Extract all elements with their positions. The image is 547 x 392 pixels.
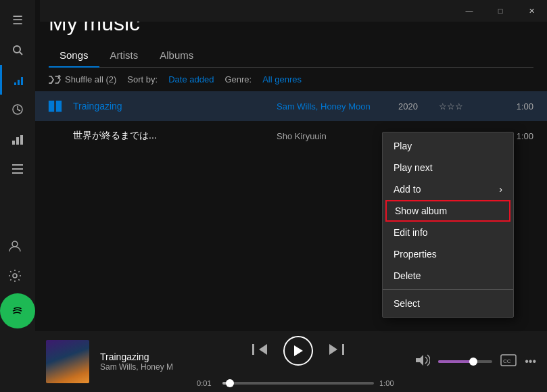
player-controls: 0:01 1:00	[192, 336, 404, 387]
volume-icon	[415, 354, 430, 370]
captions-button[interactable]: CC	[500, 354, 517, 369]
tab-albums[interactable]: Albums	[149, 44, 204, 68]
volume-thumb	[469, 358, 477, 366]
maximize-button[interactable]: □	[485, 0, 516, 22]
song-rating: ☆☆☆	[439, 101, 493, 112]
context-menu-add-to[interactable]: Add to ›	[383, 178, 513, 200]
context-menu-show-album[interactable]: Show album	[385, 200, 510, 222]
player-buttons	[252, 336, 344, 366]
song-title: Traingazing	[73, 101, 277, 112]
svg-rect-3	[18, 80, 20, 85]
playing-icon: ▊▊	[49, 101, 73, 112]
shuffle-label: Shuffle all (2)	[65, 74, 116, 84]
minimize-button[interactable]: —	[454, 0, 485, 22]
svg-marker-17	[294, 345, 303, 356]
player-right: CC •••	[415, 354, 536, 370]
sort-value[interactable]: Date added	[168, 74, 214, 84]
play-button[interactable]	[283, 336, 313, 366]
title-bar: — □ ✕	[40, 0, 547, 22]
player-artist: Sam Wills, Honey M	[100, 362, 181, 372]
song-artist: Sho Kiryuuin	[277, 131, 398, 141]
svg-point-0	[14, 46, 20, 53]
close-button[interactable]: ✕	[516, 0, 547, 22]
tab-songs[interactable]: Songs	[49, 44, 99, 68]
sidebar-music[interactable]	[0, 65, 35, 95]
context-menu-divider	[383, 289, 513, 290]
sidebar-search[interactable]	[0, 35, 35, 65]
context-menu-arrow: ›	[499, 184, 502, 195]
context-menu-play[interactable]: Play	[383, 135, 513, 157]
sidebar-charts[interactable]	[0, 124, 35, 154]
current-time: 0:01	[197, 379, 217, 387]
tabs-bar: Songs Artists Albums	[49, 44, 533, 68]
svg-rect-2	[14, 82, 16, 85]
sidebar-recent[interactable]	[0, 95, 35, 124]
svg-point-14	[10, 303, 25, 318]
svg-marker-18	[329, 344, 337, 355]
svg-rect-6	[12, 141, 15, 145]
player-info: Traingazing Sam Wills, Honey M	[100, 351, 181, 372]
sort-label: Sort by:	[127, 74, 158, 84]
context-menu-properties[interactable]: Properties	[383, 243, 513, 265]
sidebar: ☰	[0, 0, 35, 392]
song-artist: Sam Wills, Honey Moon	[277, 101, 398, 112]
context-menu-edit-info-label: Edit info	[394, 227, 428, 238]
player-bar: Traingazing Sam Wills, Honey M	[35, 331, 547, 392]
progress-bar[interactable]	[222, 382, 374, 385]
album-art	[46, 340, 89, 383]
svg-rect-7	[16, 137, 19, 145]
player-title: Traingazing	[100, 351, 181, 362]
context-menu-add-to-label: Add to	[394, 184, 421, 195]
genre-label: Genre:	[224, 74, 252, 84]
svg-point-12	[12, 241, 18, 247]
toolbar: Shuffle all (2) Sort by: Date added Genr…	[35, 68, 547, 91]
context-menu-play-label: Play	[394, 141, 412, 151]
genre-value[interactable]: All genres	[262, 74, 302, 84]
svg-marker-20	[416, 355, 423, 366]
context-menu-play-next[interactable]: Play next	[383, 157, 513, 178]
prev-button[interactable]	[252, 343, 267, 359]
song-title: 世界が終るまでは...	[73, 130, 277, 142]
tab-artists[interactable]: Artists	[99, 44, 149, 68]
context-menu-show-album-label: Show album	[395, 205, 447, 216]
more-button[interactable]: •••	[525, 356, 536, 368]
song-duration: 1:00	[493, 101, 533, 112]
volume-bar[interactable]	[438, 360, 492, 363]
progress-bar-container: 0:01 1:00	[197, 379, 400, 387]
svg-point-13	[13, 274, 17, 278]
context-menu-delete-label: Delete	[394, 270, 421, 281]
context-menu-play-next-label: Play next	[394, 162, 433, 173]
table-row[interactable]: ▊▊ Traingazing Sam Wills, Honey Moon 202…	[35, 91, 547, 121]
song-year: 2020	[398, 101, 439, 112]
svg-rect-8	[20, 135, 23, 145]
next-button[interactable]	[329, 343, 344, 359]
context-menu-select[interactable]: Select	[383, 293, 513, 314]
svg-rect-4	[21, 77, 23, 85]
svg-text:CC: CC	[503, 358, 511, 364]
svg-marker-15	[259, 344, 267, 355]
svg-rect-19	[342, 344, 344, 355]
total-time: 1:00	[379, 379, 400, 387]
shuffle-button[interactable]: Shuffle all (2)	[49, 74, 116, 84]
svg-line-1	[20, 52, 22, 55]
context-menu-delete[interactable]: Delete	[383, 265, 513, 287]
sidebar-hamburger[interactable]: ☰	[0, 5, 35, 35]
sidebar-settings[interactable]	[0, 261, 32, 291]
context-menu-select-label: Select	[394, 298, 420, 309]
context-menu: Play Play next Add to › Show album Edit …	[382, 132, 514, 318]
volume-fill	[438, 360, 473, 363]
sidebar-spotify[interactable]	[0, 293, 35, 328]
context-menu-properties-label: Properties	[394, 249, 437, 260]
sidebar-user[interactable]	[0, 231, 32, 261]
context-menu-edit-info[interactable]: Edit info	[383, 222, 513, 243]
progress-thumb	[226, 379, 234, 387]
sidebar-list[interactable]	[0, 154, 35, 184]
svg-rect-16	[252, 344, 254, 355]
